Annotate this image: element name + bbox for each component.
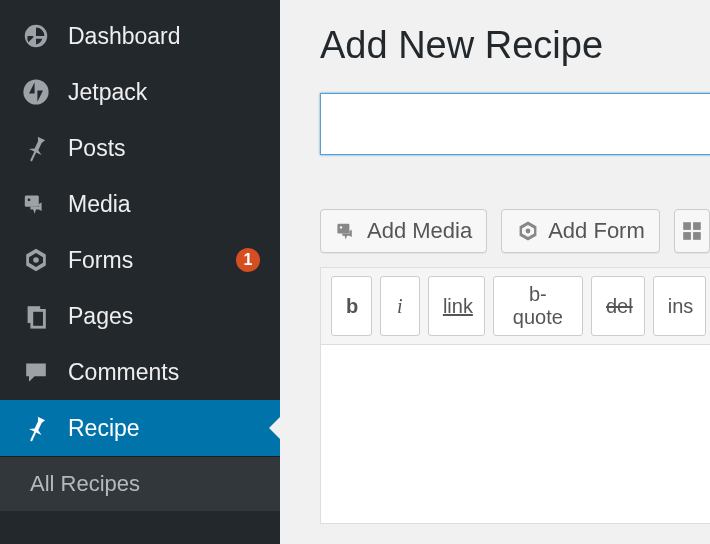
svg-rect-5 xyxy=(32,310,45,327)
comment-icon xyxy=(20,356,52,388)
qt-link[interactable]: link xyxy=(428,276,485,336)
sidebar-item-posts[interactable]: Posts xyxy=(0,120,280,176)
svg-rect-1 xyxy=(25,196,39,207)
sidebar-item-forms[interactable]: Forms 1 xyxy=(0,232,280,288)
qt-bold[interactable]: b xyxy=(331,276,372,336)
sidebar-item-jetpack[interactable]: Jetpack xyxy=(0,64,280,120)
svg-point-7 xyxy=(340,226,342,228)
pages-icon xyxy=(20,300,52,332)
pin-icon xyxy=(20,412,52,444)
dashboard-icon xyxy=(20,20,52,52)
extra-button[interactable] xyxy=(674,209,710,253)
admin-sidebar: Dashboard Jetpack Posts Media Forms 1 Pa… xyxy=(0,0,280,544)
jetpack-icon xyxy=(20,76,52,108)
sidebar-item-comments[interactable]: Comments xyxy=(0,344,280,400)
sidebar-item-label: Comments xyxy=(68,359,260,386)
forms-icon xyxy=(516,219,540,243)
add-media-button[interactable]: Add Media xyxy=(320,209,487,253)
sidebar-item-media[interactable]: Media xyxy=(0,176,280,232)
sidebar-item-dashboard[interactable]: Dashboard xyxy=(0,8,280,64)
forms-icon xyxy=(20,244,52,276)
media-buttons-row: Add Media Add Form xyxy=(320,209,710,253)
button-label: Add Media xyxy=(367,218,472,244)
sidebar-subitem-all-recipes[interactable]: All Recipes xyxy=(0,456,280,511)
sidebar-item-label: Recipe xyxy=(68,415,260,442)
grid-icon xyxy=(681,220,703,242)
editor-main: Add New Recipe Add Media Add Form b i li… xyxy=(280,0,710,544)
qt-italic[interactable]: i xyxy=(380,276,420,336)
sidebar-item-recipe[interactable]: Recipe xyxy=(0,400,280,456)
sidebar-item-label: Jetpack xyxy=(68,79,260,106)
button-label: Add Form xyxy=(548,218,645,244)
svg-rect-9 xyxy=(683,222,691,230)
sidebar-item-label: Pages xyxy=(68,303,260,330)
post-title-input[interactable] xyxy=(320,93,710,155)
sidebar-item-label: Forms xyxy=(68,247,230,274)
sidebar-item-label: Posts xyxy=(68,135,260,162)
page-title: Add New Recipe xyxy=(320,24,710,67)
sidebar-item-pages[interactable]: Pages xyxy=(0,288,280,344)
qt-ins[interactable]: ins xyxy=(653,276,706,336)
svg-rect-11 xyxy=(683,232,691,240)
media-icon xyxy=(335,219,359,243)
svg-point-8 xyxy=(526,229,531,234)
svg-rect-6 xyxy=(337,224,349,234)
add-form-button[interactable]: Add Form xyxy=(501,209,660,253)
pin-icon xyxy=(20,132,52,164)
quicktag-toolbar: b i link b-quote del ins xyxy=(320,267,710,344)
media-icon xyxy=(20,188,52,220)
update-badge: 1 xyxy=(236,248,260,272)
svg-point-0 xyxy=(23,79,48,104)
svg-point-3 xyxy=(33,257,39,263)
svg-point-2 xyxy=(28,198,31,201)
qt-bquote[interactable]: b-quote xyxy=(493,276,583,336)
qt-del[interactable]: del xyxy=(591,276,645,336)
sidebar-item-label: Media xyxy=(68,191,260,218)
svg-rect-12 xyxy=(693,232,701,240)
svg-rect-10 xyxy=(693,222,701,230)
sidebar-item-label: Dashboard xyxy=(68,23,260,50)
editor-textarea[interactable] xyxy=(320,344,710,524)
